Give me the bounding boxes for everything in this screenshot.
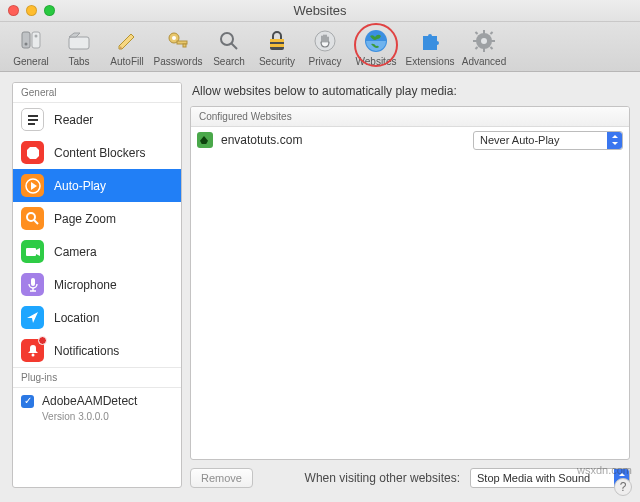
location-icon [21, 306, 44, 329]
key-icon [164, 27, 192, 55]
toolbar-autofill[interactable]: AutoFill [104, 27, 150, 67]
help-button[interactable]: ? [614, 478, 632, 496]
toolbar-passwords[interactable]: Passwords [152, 27, 204, 67]
remove-button[interactable]: Remove [190, 468, 253, 488]
svg-rect-24 [490, 31, 494, 35]
svg-marker-31 [31, 182, 37, 190]
camera-icon [21, 240, 44, 263]
pencil-icon [113, 27, 141, 55]
magnifier-icon [21, 207, 44, 230]
policy-value: Never Auto-Play [480, 134, 559, 146]
svg-rect-19 [483, 48, 485, 52]
lock-icon [263, 27, 291, 55]
switch-icon [17, 27, 45, 55]
bell-icon [21, 339, 44, 362]
sidebar-section-general: General [13, 83, 181, 103]
sidebar-item-reader[interactable]: Reader [13, 103, 181, 136]
sidebar-item-auto-play[interactable]: Auto-Play [13, 169, 181, 202]
sidebar-item-label: Content Blockers [54, 146, 145, 160]
content-area: General Reader Content Blockers Auto-Pla… [0, 72, 640, 502]
svg-marker-39 [27, 312, 38, 323]
main-panel: Allow websites below to automatically pl… [190, 82, 630, 488]
svg-point-2 [25, 43, 28, 46]
close-window-button[interactable] [8, 5, 19, 16]
toolbar-tabs[interactable]: Tabs [56, 27, 102, 67]
svg-rect-1 [32, 32, 40, 48]
sidebar-item-label: Camera [54, 245, 97, 259]
toolbar-extensions[interactable]: Extensions [404, 27, 456, 67]
svg-point-3 [35, 35, 38, 38]
svg-rect-22 [475, 31, 479, 35]
svg-point-32 [27, 213, 35, 221]
table-row[interactable]: envatotuts.com Never Auto-Play [191, 127, 629, 153]
chevron-updown-icon [607, 132, 622, 149]
toolbar-search[interactable]: Search [206, 27, 252, 67]
sidebar-item-notifications[interactable]: Notifications [13, 334, 181, 367]
plugin-name: AdobeAAMDetect [42, 394, 137, 408]
site-domain: envatotuts.com [221, 133, 465, 147]
window-controls [8, 5, 55, 16]
sidebar-item-location[interactable]: Location [13, 301, 181, 334]
toolbar-websites[interactable]: Websites [350, 27, 402, 67]
panel-footer: Remove When visiting other websites: Sto… [190, 460, 630, 488]
svg-marker-42 [612, 142, 618, 145]
svg-point-17 [481, 38, 487, 44]
table-header: Configured Websites [191, 107, 629, 127]
plugin-item[interactable]: ✓ AdobeAAMDetect Version 3.0.0.0 [13, 388, 181, 428]
window-title: Websites [293, 3, 346, 18]
plugin-checkbox[interactable]: ✓ [21, 395, 34, 408]
window-titlebar: Websites [0, 0, 640, 22]
policy-select[interactable]: Never Auto-Play [473, 131, 623, 150]
other-websites-label: When visiting other websites: [305, 471, 460, 485]
sidebar-item-label: Page Zoom [54, 212, 116, 226]
svg-point-6 [172, 36, 176, 40]
svg-point-14 [315, 31, 335, 51]
toolbar-general[interactable]: General [8, 27, 54, 67]
globe-icon [362, 27, 390, 55]
sidebar-item-label: Location [54, 311, 99, 325]
svg-rect-18 [483, 30, 485, 34]
svg-rect-34 [26, 248, 36, 256]
svg-rect-20 [473, 40, 477, 42]
svg-line-10 [231, 43, 237, 49]
svg-rect-36 [31, 278, 35, 286]
sidebar-item-camera[interactable]: Camera [13, 235, 181, 268]
play-icon [21, 174, 44, 197]
watermark: wsxdn.com [577, 464, 632, 476]
toolbar-advanced[interactable]: Advanced [458, 27, 510, 67]
svg-marker-35 [36, 248, 40, 256]
site-favicon-icon [197, 132, 213, 148]
svg-rect-13 [270, 44, 284, 47]
gear-icon [470, 27, 498, 55]
other-policy-value: Stop Media with Sound [477, 472, 590, 484]
svg-line-33 [34, 220, 38, 224]
sidebar-item-page-zoom[interactable]: Page Zoom [13, 202, 181, 235]
reader-icon [21, 108, 44, 131]
hand-icon [311, 27, 339, 55]
svg-rect-0 [22, 32, 30, 48]
search-icon [215, 27, 243, 55]
sidebar-item-label: Auto-Play [54, 179, 106, 193]
sidebar-item-label: Microphone [54, 278, 117, 292]
sidebar-section-plugins: Plug-ins [13, 367, 181, 388]
toolbar-privacy[interactable]: Privacy [302, 27, 348, 67]
svg-point-40 [31, 354, 34, 357]
svg-rect-8 [183, 44, 186, 47]
tabs-icon [65, 27, 93, 55]
panel-heading: Allow websites below to automatically pl… [190, 82, 630, 106]
categories-sidebar: General Reader Content Blockers Auto-Pla… [12, 82, 182, 488]
sidebar-item-label: Reader [54, 113, 93, 127]
svg-rect-21 [491, 40, 495, 42]
svg-rect-4 [69, 37, 89, 49]
svg-marker-29 [27, 147, 39, 159]
fullscreen-window-button[interactable] [44, 5, 55, 16]
configured-websites-table: Configured Websites envatotuts.com Never… [190, 106, 630, 460]
svg-rect-23 [490, 46, 494, 50]
toolbar-security[interactable]: Security [254, 27, 300, 67]
sidebar-item-content-blockers[interactable]: Content Blockers [13, 136, 181, 169]
microphone-icon [21, 273, 44, 296]
plugin-version: Version 3.0.0.0 [42, 411, 173, 422]
minimize-window-button[interactable] [26, 5, 37, 16]
sidebar-item-microphone[interactable]: Microphone [13, 268, 181, 301]
preferences-toolbar: General Tabs AutoFill Passwords Search S… [0, 22, 640, 72]
